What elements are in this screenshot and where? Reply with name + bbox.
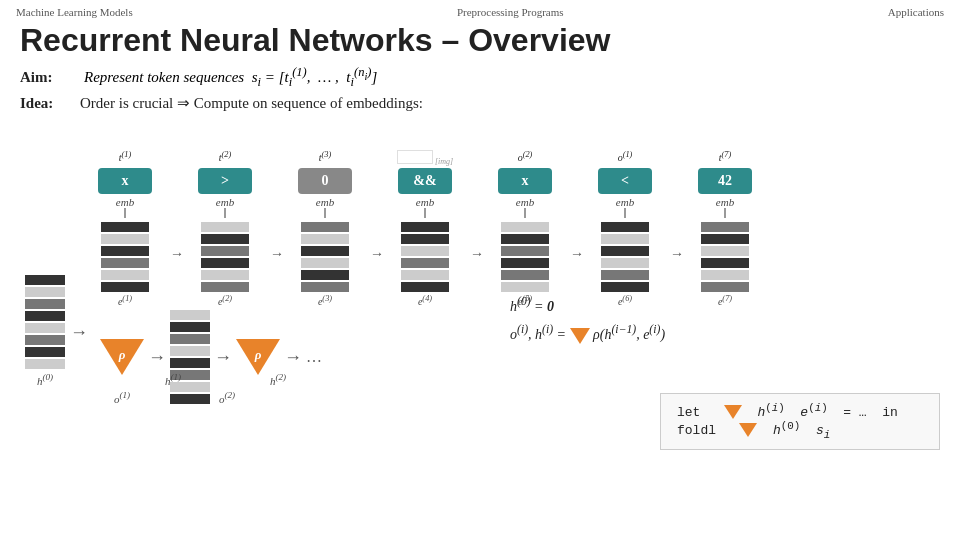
eb-5-3: [501, 246, 549, 256]
content: Aim: Represent token sequences si = [ti(…: [0, 65, 960, 440]
token-col-1: t(1) x emb e(1): [80, 150, 170, 307]
sup-6: o(1): [618, 150, 633, 166]
aim-formula: Represent token sequences si = [ti(1), ……: [84, 65, 377, 90]
arrow-3: →: [370, 150, 380, 307]
eb-1-6: [101, 282, 149, 292]
eb-3-1: [301, 222, 349, 232]
connector-4: [424, 208, 426, 218]
eb-6-3: [601, 246, 649, 256]
token-col-4: [img] && emb e(4): [380, 150, 470, 307]
eb-7-1: [701, 222, 749, 232]
emb-label-4: emb: [416, 196, 434, 208]
eb-1-2: [101, 234, 149, 244]
eb-2-6: [201, 282, 249, 292]
emb-stack-1: [101, 222, 149, 292]
token-box-6: <: [598, 168, 652, 194]
token-col-6: o(1) < emb e(6): [580, 150, 670, 307]
e-label-7: e(7): [718, 294, 732, 307]
aim-label: Aim:: [20, 69, 80, 86]
emb-label-7: emb: [716, 196, 734, 208]
rho-arrow-2: →: [214, 347, 232, 368]
token-box-7: 42: [698, 168, 752, 194]
aim-row: Aim: Represent token sequences si = [ti(…: [20, 65, 940, 90]
sup-5: o(2): [518, 150, 533, 166]
eb-6-1: [601, 222, 649, 232]
eb-3-5: [301, 270, 349, 280]
eb-3-3: [301, 246, 349, 256]
eb-1-4: [101, 258, 149, 268]
emb-label-5: emb: [516, 196, 534, 208]
eb-4-1: [401, 222, 449, 232]
token-box-4: &&: [398, 168, 452, 194]
h0-stack: [25, 275, 65, 369]
token-row: t(1) x emb e(1) → t(2): [80, 150, 770, 307]
arrow-2: →: [270, 150, 280, 307]
eb-7-3: [701, 246, 749, 256]
code-line-1: let h(i) e(i) = … in: [677, 402, 923, 420]
e-label-2: e(2): [218, 294, 232, 307]
emb-stack-2: [201, 222, 249, 292]
connector-3: [324, 208, 326, 218]
o2-label: o(2): [205, 390, 249, 405]
rho-arrow-3: →: [284, 347, 302, 368]
eb-7-6: [701, 282, 749, 292]
code-box: let h(i) e(i) = … in foldl h(0) si: [660, 393, 940, 450]
eb-5-1: [501, 222, 549, 232]
arrow-5: →: [570, 150, 580, 307]
eb-2-2: [201, 234, 249, 244]
rho-1: ρ: [100, 339, 144, 375]
diagram-area: t(1) x emb e(1) → t(2): [80, 120, 940, 440]
e-label-1: e(1): [118, 294, 132, 307]
sup-3: t(3): [319, 150, 332, 166]
header-right: Applications: [888, 6, 944, 18]
formula-h0: h(0) = 0: [510, 295, 665, 315]
eb-5-2: [501, 234, 549, 244]
emb-stack-4: [401, 222, 449, 292]
token-col-3: t(3) 0 emb e(3): [280, 150, 370, 307]
eb-4-2: [401, 234, 449, 244]
eb-5-4: [501, 258, 549, 268]
code-line-2: foldl h(0) si: [677, 420, 923, 441]
idea-row: Idea: Order is crucial ⇒ Compute on sequ…: [20, 94, 940, 112]
page-title: Recurrent Neural Networks – Overview: [0, 18, 960, 65]
eb-6-2: [601, 234, 649, 244]
emb-stack-6: [601, 222, 649, 292]
eb-6-5: [601, 270, 649, 280]
rho-arrow-1: →: [148, 347, 166, 368]
h0-label: h(0): [25, 372, 65, 387]
connector-6: [624, 208, 626, 218]
eb-3-4: [301, 258, 349, 268]
h1-label: h(1): [153, 372, 193, 387]
formula-hi: o(i), h(i) = ρ(h(i−1), e(i)): [510, 323, 665, 343]
eb-2-3: [201, 246, 249, 256]
eb-1-3: [101, 246, 149, 256]
header: Machine Learning Models Preprocessing Pr…: [0, 0, 960, 18]
connector-5: [524, 208, 526, 218]
token-box-1: x: [98, 168, 152, 194]
eb-1-5: [101, 270, 149, 280]
eb-4-3: [401, 246, 449, 256]
eb-7-5: [701, 270, 749, 280]
rho-symbol-2: ρ: [255, 347, 262, 363]
eb-3-6: [301, 282, 349, 292]
eb-3-2: [301, 234, 349, 244]
rho-2: ρ: [236, 339, 280, 375]
emb-label-1: emb: [116, 196, 134, 208]
eb-1-1: [101, 222, 149, 232]
rho-symbol-1: ρ: [119, 347, 126, 363]
sup-4: [img]: [397, 150, 453, 166]
sup-2: t(2): [219, 150, 232, 166]
eb-5-6: [501, 282, 549, 292]
arrow-4: →: [470, 150, 480, 307]
emb-label-2: emb: [216, 196, 234, 208]
eb-2-5: [201, 270, 249, 280]
emb-stack-5: [501, 222, 549, 292]
token-col-2: t(2) > emb e(2): [180, 150, 270, 307]
eb-2-1: [201, 222, 249, 232]
o1-label: o(1): [100, 390, 144, 405]
sup-7: t(7): [719, 150, 732, 166]
sup-1: t(1): [119, 150, 132, 166]
arrow-1: →: [170, 150, 180, 307]
eb-6-6: [601, 282, 649, 292]
eb-4-6: [401, 282, 449, 292]
